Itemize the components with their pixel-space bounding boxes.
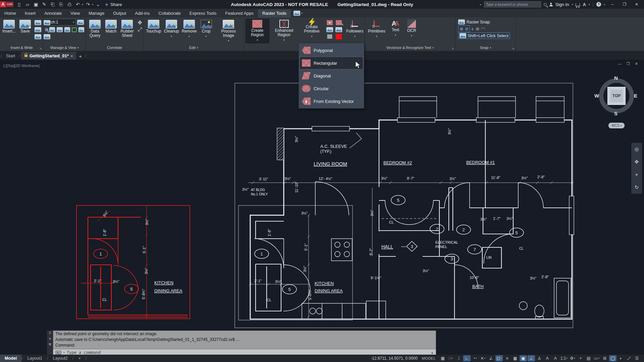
ortho-icon[interactable]: ∟ <box>463 355 471 361</box>
edit-image-button[interactable] <box>64 27 70 32</box>
crop-button[interactable]: ⊟Crop▾ <box>199 19 214 40</box>
graphics-performance-icon[interactable]: ◐ <box>617 355 625 361</box>
polar-tracking-icon[interactable]: ◔▾ <box>471 355 479 361</box>
raster-snap-center-icon[interactable]: ⊕ <box>476 26 480 32</box>
minimize-button[interactable]: – <box>608 1 617 8</box>
zoom-to-image-button[interactable] <box>45 28 48 31</box>
tab-close-icon[interactable]: × <box>71 54 73 58</box>
compass-north[interactable]: N <box>614 75 618 81</box>
ribbon-overflow-button[interactable]: ▾ <box>291 11 305 17</box>
new-file-icon[interactable]: ▯ <box>15 1 23 8</box>
share-button[interactable]: ➤Share <box>105 2 122 7</box>
brush-region-button[interactable]: ✎ <box>335 19 342 25</box>
primitives-button[interactable]: Primitives▾ <box>366 19 387 40</box>
undo-icon-dropdown[interactable]: ▾ <box>82 3 83 6</box>
sign-in-button[interactable]: Sign In <box>555 2 569 7</box>
ocr-button[interactable]: OCR▾ <box>404 19 419 39</box>
copy-region-button[interactable] <box>326 26 333 33</box>
close-button[interactable]: ✕ <box>632 1 641 8</box>
compass-east[interactable]: E <box>634 93 637 99</box>
annotation-scale-icon[interactable]: 1:1▾ <box>560 355 568 361</box>
restore-button[interactable]: ❐ <box>620 1 629 8</box>
raster-snap-corner-icon[interactable]: ◐ <box>471 26 474 32</box>
panel-label-insert-write[interactable]: Insert & Write↘ <box>0 44 43 51</box>
raster-snap-end-icon[interactable]: ⊗ <box>460 26 464 32</box>
data-query-button[interactable]: ⌾Data Query <box>87 19 103 39</box>
insert-button[interactable]: ↘Insert... <box>1 19 17 35</box>
orbit-icon[interactable]: ↻ <box>635 184 639 190</box>
units-icon[interactable]: ▤ <box>585 355 592 361</box>
create-primitive-button[interactable]: ⚡Create Primitive▾ <box>299 19 325 40</box>
recent-commands-icon[interactable]: ▾ <box>63 351 65 354</box>
cleanup-button[interactable]: ❋Cleanup▾ <box>163 19 180 40</box>
object-snap-icon[interactable]: ◻▾ <box>495 355 503 361</box>
annotation-monitor-icon[interactable]: + <box>577 355 584 361</box>
show-image-button[interactable] <box>49 27 55 32</box>
text-button[interactable]: AAText▾ <box>388 19 403 38</box>
scroll-up-icon[interactable]: ▲ <box>431 351 434 354</box>
customization-icon[interactable]: ☰ <box>633 355 641 361</box>
zoom-icon[interactable]: ⌖ <box>635 172 638 178</box>
paste-region-button[interactable] <box>335 26 342 33</box>
save-image-button[interactable]: ▣Save <box>17 19 33 35</box>
isodraft-icon[interactable]: ✕▾ <box>479 355 487 361</box>
search-icon[interactable] <box>544 3 547 6</box>
raster-snap-toggle[interactable]: Raster Snap <box>458 19 490 24</box>
command-window-rail[interactable]: ⠿ ✕ ⚒ <box>47 330 53 356</box>
panel-label-snap[interactable]: Snap▾↘ <box>455 44 516 51</box>
attach-image-button[interactable] <box>34 34 42 40</box>
ribbon-tab-collaborate[interactable]: Collaborate <box>154 9 185 17</box>
plot-icon[interactable]: ⎙ <box>66 1 73 8</box>
open-from-web-icon[interactable]: ⎗ <box>49 1 56 8</box>
pan-icon[interactable]: ✥ <box>635 159 639 165</box>
menu-item-rectangular[interactable]: Rectangular <box>300 57 363 69</box>
ribbon-tab-home[interactable]: Home <box>0 9 20 17</box>
layout-tab-layout2[interactable]: Layout2 <box>48 355 72 362</box>
process-image-button[interactable]: ⌒Process Image▾ <box>215 19 243 44</box>
search-input[interactable]: Type a keyword or phrase <box>484 1 541 7</box>
ribbon-tab-annotate[interactable]: Annotate <box>40 9 66 17</box>
qat-customize-icon[interactable]: ⌄ <box>94 1 102 8</box>
region-color-button[interactable] <box>335 34 342 40</box>
panel-label-edit[interactable]: Edit▾ <box>144 44 244 51</box>
dynamic-input-icon[interactable]: ⌶ <box>455 355 463 361</box>
ribbon-tab-insert[interactable]: Insert <box>20 9 40 17</box>
touchup-button[interactable]: ✎Touchup <box>145 19 162 35</box>
dialog-launcher-icon[interactable]: ↘ <box>451 47 454 50</box>
customize-command-icon[interactable]: ⚒ <box>49 343 52 346</box>
select-region-button[interactable]: ➤ <box>326 19 333 25</box>
new-image-button[interactable] <box>43 19 51 25</box>
compass-south[interactable]: S <box>614 111 618 116</box>
panel-label-vectorize[interactable]: Vectorize & Recognize Text▾↘ <box>365 44 455 51</box>
open-file-icon[interactable]: ▱ <box>24 1 31 8</box>
help-icon[interactable]: ? <box>596 2 601 7</box>
ribbon-tab-add-ins[interactable]: Add-ins <box>130 9 154 17</box>
create-region-button[interactable]: Create Region▾ <box>246 19 269 43</box>
raster-snap-edge-icon[interactable]: ◠ <box>481 26 485 32</box>
rubber-sheet-button[interactable]: ⤢Rubber Sheet <box>119 19 135 39</box>
menu-item-from-existing-vector[interactable]: From Existing Vector <box>300 95 363 108</box>
workspace-icon[interactable]: ⚙▾ <box>569 355 576 361</box>
close-command-icon[interactable]: ✕ <box>49 337 51 341</box>
embed-image-button[interactable] <box>34 26 42 33</box>
layout-tab-+[interactable]: + <box>74 355 86 362</box>
ribbon-tab-output[interactable]: Output <box>109 9 130 17</box>
autodesk-app-dropdown-icon[interactable]: ▾ <box>589 3 590 6</box>
dynamic-ucs-icon[interactable]: ∆ <box>536 355 543 361</box>
save-as-icon[interactable]: ✎ <box>41 1 48 8</box>
redo-icon[interactable]: ↷ <box>84 1 92 8</box>
ribbon-tab-express-tools[interactable]: Express Tools <box>185 9 221 17</box>
lock-ui-icon[interactable]: ⊞ <box>601 355 608 361</box>
wcs-selector[interactable]: WCS▾ <box>608 123 625 128</box>
model-space-button[interactable]: MODEL <box>422 356 436 360</box>
autocad-logo-icon[interactable]: ACAD <box>0 0 13 9</box>
match-button[interactable]: ✥Match <box>103 19 119 35</box>
compass-west[interactable]: W <box>594 93 599 99</box>
view-cube[interactable]: N S W E TOP <box>596 76 637 116</box>
layout-tab-model[interactable]: Model <box>0 355 21 362</box>
toggle-frames-button[interactable] <box>78 27 84 32</box>
ribbon-tab-view[interactable]: View <box>66 9 84 17</box>
help-dropdown-icon[interactable]: ▾ <box>604 3 605 6</box>
manage-images-icon[interactable] <box>77 20 84 25</box>
menu-item-polygonal[interactable]: Polygonal <box>300 44 363 57</box>
